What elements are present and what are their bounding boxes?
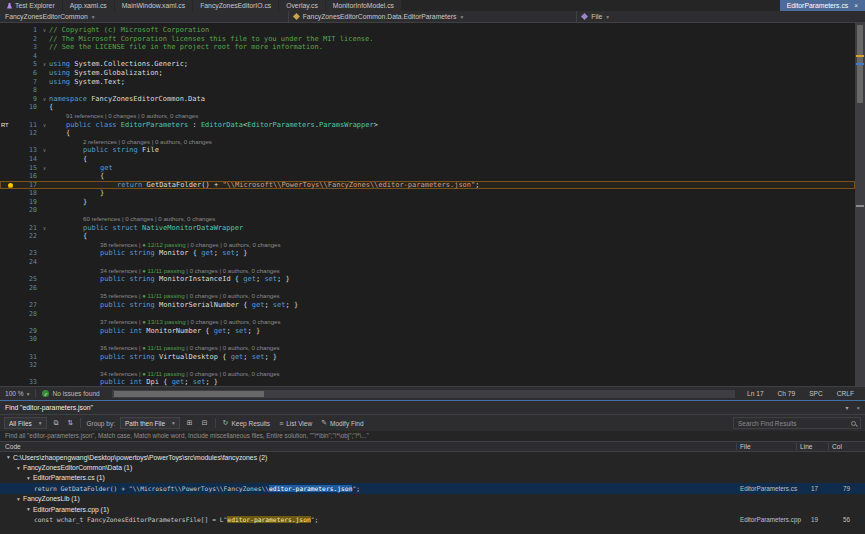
- column-indicator[interactable]: Ch 79: [778, 390, 796, 397]
- fold-chevron-icon[interactable]: ∨: [40, 26, 49, 35]
- code-line[interactable]: 6using System.Globalization;: [0, 69, 855, 78]
- quick-actions-lightbulb-icon[interactable]: [8, 183, 13, 188]
- line-indicator[interactable]: Ln 17: [747, 390, 764, 397]
- code-area[interactable]: 1∨// Copyright (c) Microsoft Corporation…: [0, 23, 855, 386]
- issues-indicator[interactable]: ✓ No issues found: [42, 390, 99, 397]
- fold-chevron-icon[interactable]: ∨: [40, 60, 49, 69]
- vertical-scrollbar[interactable]: [855, 23, 865, 386]
- group-by-dropdown[interactable]: Path then File ▾: [120, 417, 180, 429]
- code-line[interactable]: 9∨namespace FancyZonesEditorCommon.Data: [0, 95, 855, 104]
- scope-filter-dropdown[interactable]: All Files ▾: [4, 417, 47, 429]
- document-tab[interactable]: App.xaml.cs: [63, 0, 114, 11]
- navigate-results-button[interactable]: ⇅: [66, 419, 76, 427]
- code-line[interactable]: RT11∨public class EditorParameters : Edi…: [0, 121, 855, 130]
- code-line[interactable]: 33public int Dpi { get; set; }: [0, 378, 855, 386]
- fold-margin: [40, 78, 49, 87]
- code-line[interactable]: 27public string MonitorSerialNumber { ge…: [0, 301, 855, 310]
- code-line[interactable]: 22{: [0, 232, 855, 241]
- codelens-row[interactable]: 38 references | ● 12/12 passing | 0 chan…: [0, 241, 855, 250]
- code-line[interactable]: 24: [0, 258, 855, 267]
- column-header-col[interactable]: Col: [832, 442, 842, 452]
- code-line[interactable]: 10{: [0, 103, 855, 112]
- document-tab[interactable]: MonitorInfoModel.cs: [326, 0, 401, 11]
- code-line[interactable]: 25public string MonitorInstanceId { get;…: [0, 275, 855, 284]
- document-tab[interactable]: Test Explorer: [0, 0, 62, 11]
- indent-indicator[interactable]: SPC: [809, 390, 823, 397]
- code-line[interactable]: 30: [0, 335, 855, 344]
- code-line[interactable]: 2// The Microsoft Corporation licenses t…: [0, 35, 855, 44]
- code-line[interactable]: 29public int MonitorNumber { get; set; }: [0, 327, 855, 336]
- code-line[interactable]: 15∨get: [0, 164, 855, 173]
- document-tab[interactable]: FancyZonesEditorIO.cs: [193, 0, 278, 11]
- active-document-tab[interactable]: EditorParameters.cs×: [780, 0, 865, 11]
- expand-all-button[interactable]: ⊞: [185, 419, 195, 427]
- find-group-row[interactable]: ▾FancyZonesLib (1): [0, 494, 865, 504]
- expander-icon[interactable]: ▾: [24, 506, 33, 512]
- close-icon[interactable]: ×: [856, 405, 860, 411]
- search-find-results-input[interactable]: Search Find Results: [733, 417, 861, 429]
- codelens-row[interactable]: 2 references | 0 changes | 0 authors, 0 …: [0, 138, 855, 147]
- code-line[interactable]: 5∨using System.Collections.Generic;: [0, 60, 855, 69]
- code-line[interactable]: 21∨public struct NativeMonitorDataWrappe…: [0, 224, 855, 233]
- project-dropdown[interactable]: FancyZonesEditorCommon ▾: [0, 11, 289, 22]
- codelens-row[interactable]: 35 references | ● 11/11 passing | 0 chan…: [0, 292, 855, 301]
- fold-chevron-icon[interactable]: ∨: [40, 95, 49, 104]
- clear-results-button[interactable]: ⧉: [52, 419, 61, 427]
- member-dropdown[interactable]: File ▾: [577, 11, 865, 22]
- code-line[interactable]: 19}: [0, 198, 855, 207]
- modify-find-button[interactable]: ✎ Modify Find: [319, 419, 365, 427]
- find-group-row[interactable]: ▾C:\Users\zhaopengwang\Desktop\powertoys…: [0, 452, 865, 462]
- codelens-row[interactable]: 60 references | 0 changes | 0 authors, 0…: [0, 215, 855, 224]
- find-result-row[interactable]: return GetDataFolder() + "\\Microsoft\\P…: [0, 483, 865, 493]
- scrollbar-thumb[interactable]: [114, 391, 264, 397]
- zoom-control[interactable]: 100 % ▾: [5, 390, 29, 397]
- codelens-row[interactable]: 91 references | 0 changes | 0 authors, 0…: [0, 112, 855, 121]
- code-line[interactable]: 23public string Monitor { get; set; }: [0, 249, 855, 258]
- list-view-toggle[interactable]: ≡ List View: [277, 420, 314, 427]
- document-tab[interactable]: MainWindow.xaml.cs: [115, 0, 192, 11]
- expander-icon[interactable]: ▾: [14, 496, 23, 502]
- find-group-row[interactable]: ▾EditorParameters.cpp (1): [0, 504, 865, 514]
- fold-chevron-icon[interactable]: ∨: [40, 121, 49, 130]
- fold-chevron-icon[interactable]: ∨: [40, 224, 49, 233]
- code-line[interactable]: 20: [0, 206, 855, 215]
- code-line[interactable]: 12{: [0, 129, 855, 138]
- code-line[interactable]: 26: [0, 284, 855, 293]
- codelens-row[interactable]: 37 references | ● 13/13 passing | 0 chan…: [0, 318, 855, 327]
- codelens-row[interactable]: 34 references | ● 11/11 passing | 0 chan…: [0, 370, 855, 379]
- expander-icon[interactable]: ▾: [14, 465, 23, 471]
- document-tab[interactable]: Overlay.cs: [279, 0, 325, 11]
- expander-icon[interactable]: ▾: [24, 475, 33, 481]
- collapse-all-button[interactable]: ⊟: [200, 419, 210, 427]
- find-result-row[interactable]: const wchar_t FancyZonesEditorParameters…: [0, 514, 865, 524]
- column-header-line[interactable]: Line: [800, 442, 812, 452]
- close-icon[interactable]: ×: [854, 2, 858, 9]
- code-line[interactable]: 4: [0, 52, 855, 61]
- code-line[interactable]: 18}: [0, 189, 855, 198]
- code-line[interactable]: 3// See the LICENSE file in the project …: [0, 43, 855, 52]
- horizontal-scrollbar[interactable]: [112, 390, 735, 398]
- code-line[interactable]: 28: [0, 310, 855, 319]
- expander-icon[interactable]: ▾: [4, 454, 13, 460]
- code-line[interactable]: 1∨// Copyright (c) Microsoft Corporation: [0, 26, 855, 35]
- codelens-row[interactable]: 36 references | ● 11/11 passing | 0 chan…: [0, 344, 855, 353]
- window-position-icon[interactable]: ▾: [845, 404, 848, 411]
- code-line[interactable]: 32: [0, 361, 855, 370]
- column-header-file[interactable]: File: [740, 442, 751, 452]
- eol-indicator[interactable]: CRLF: [837, 390, 854, 397]
- codelens-row[interactable]: 34 references | ● 11/11 passing | 0 chan…: [0, 267, 855, 276]
- code-line[interactable]: 31public string VirtualDesktop { get; se…: [0, 353, 855, 362]
- fold-chevron-icon[interactable]: ∨: [40, 164, 49, 173]
- keep-results-toggle[interactable]: ↻ Keep Results: [221, 419, 273, 427]
- code-line[interactable]: 14{: [0, 155, 855, 164]
- column-header-code[interactable]: Code: [5, 442, 21, 452]
- code-line[interactable]: 17return GetDataFolder() + "\\Microsoft\…: [0, 181, 855, 190]
- find-group-row[interactable]: ▾FancyZonesEditorCommon\Data (1): [0, 462, 865, 472]
- code-line[interactable]: 13∨public string File: [0, 146, 855, 155]
- fold-chevron-icon[interactable]: ∨: [40, 146, 49, 155]
- code-line[interactable]: 16{: [0, 172, 855, 181]
- find-group-row[interactable]: ▾EditorParameters.cs (1): [0, 473, 865, 483]
- type-dropdown[interactable]: FancyZonesEditorCommon.Data.EditorParame…: [289, 11, 578, 22]
- code-line[interactable]: 8: [0, 86, 855, 95]
- code-line[interactable]: 7using System.Text;: [0, 78, 855, 87]
